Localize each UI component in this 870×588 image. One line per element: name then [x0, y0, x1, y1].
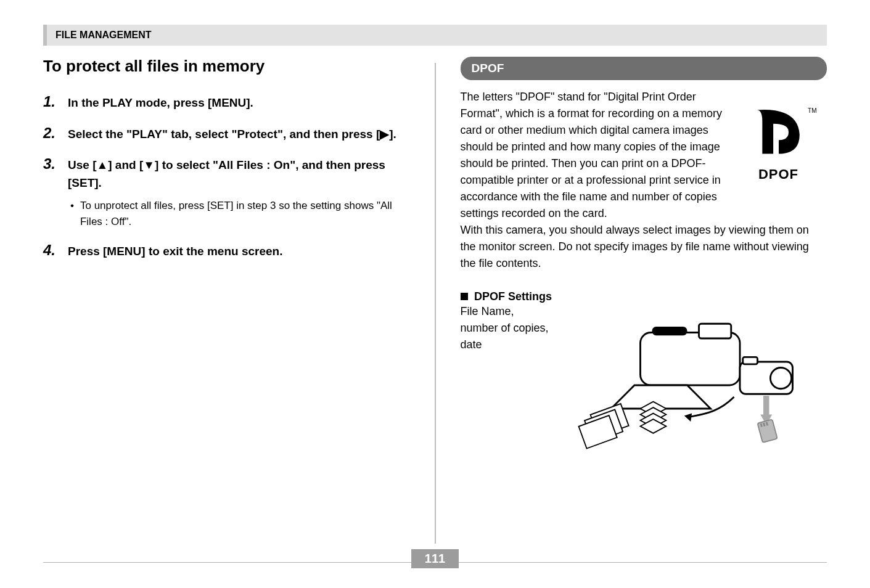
step-number: 3.	[43, 155, 55, 173]
step-3: 3. Use [▲] and [▼] to select "All Files …	[43, 157, 410, 229]
column-divider	[435, 63, 436, 544]
svg-point-8	[770, 368, 791, 389]
step-text: Use [▲] and [▼] to select "All Files : O…	[68, 158, 385, 189]
step-text: Select the "PLAY" tab, select "Protect",…	[68, 128, 396, 141]
page-footer: 111	[43, 562, 827, 577]
left-title: To protect all files in memory	[43, 57, 410, 76]
dpof-paragraph-2: With this camera, you should always sele…	[461, 222, 818, 272]
two-column-layout: To protect all files in memory 1. In the…	[43, 57, 827, 544]
dpof-logo-text: DPOF	[742, 164, 816, 184]
steps-list: 1. In the PLAY mode, press [MENU]. 2. Se…	[43, 94, 410, 261]
svg-rect-0	[640, 333, 740, 386]
trademark-symbol: TM	[808, 106, 816, 115]
dpof-heading: DPOF	[461, 57, 827, 80]
svg-rect-9	[743, 357, 758, 364]
step-number: 4.	[43, 242, 55, 259]
dpof-illustration	[564, 290, 827, 459]
square-bullet-icon	[461, 293, 468, 300]
step-number: 1.	[43, 93, 55, 110]
printer-camera-illustration-icon	[564, 290, 798, 457]
svg-rect-2	[652, 327, 687, 335]
dpof-settings-title: DPOF Settings	[474, 290, 552, 303]
subnote-text: To unprotect all files, press [SET] in s…	[80, 198, 410, 229]
step-text: Press [MENU] to exit the menu screen.	[68, 245, 282, 258]
dpof-settings-text: DPOF Settings File Name, number of copie…	[461, 290, 552, 353]
right-column: DPOF The letters "DPOF" stand for "Digit…	[461, 57, 827, 544]
step-number: 2.	[43, 125, 55, 142]
svg-marker-6	[684, 414, 692, 422]
left-column: To protect all files in memory 1. In the…	[43, 57, 410, 544]
section-header: FILE MANAGEMENT	[43, 25, 827, 46]
dpof-logo: TM DPOF	[742, 107, 816, 184]
dpof-paragraph-1: The letters "DPOF" stand for "Digital Pr…	[461, 89, 732, 222]
dpof-settings-block: DPOF Settings File Name, number of copie…	[461, 290, 827, 459]
step-2: 2. Select the "PLAY" tab, select "Protec…	[43, 126, 410, 144]
document-page: FILE MANAGEMENT To protect all files in …	[0, 0, 870, 588]
step-text: In the PLAY mode, press [MENU].	[68, 96, 253, 109]
step-1: 1. In the PLAY mode, press [MENU].	[43, 94, 410, 112]
step-subnote: To unprotect all files, press [SET] in s…	[70, 198, 410, 229]
dpof-settings-items: File Name, number of copies, date	[461, 303, 552, 353]
svg-rect-1	[699, 324, 731, 338]
dpof-logo-icon	[751, 107, 806, 157]
step-4: 4. Press [MENU] to exit the menu screen.	[43, 243, 410, 261]
dpof-body: The letters "DPOF" stand for "Digital Pr…	[461, 89, 827, 272]
page-number: 111	[411, 549, 459, 568]
